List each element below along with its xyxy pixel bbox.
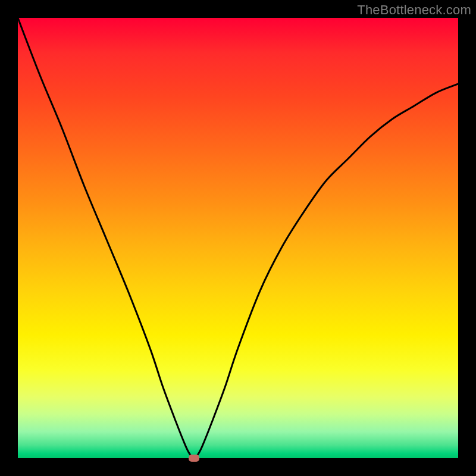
optimum-marker <box>189 455 199 462</box>
bottleneck-curve <box>18 18 458 458</box>
watermark-text: TheBottleneck.com <box>357 2 471 18</box>
chart-frame: TheBottleneck.com <box>0 0 476 476</box>
chart-plot-area <box>18 18 458 458</box>
